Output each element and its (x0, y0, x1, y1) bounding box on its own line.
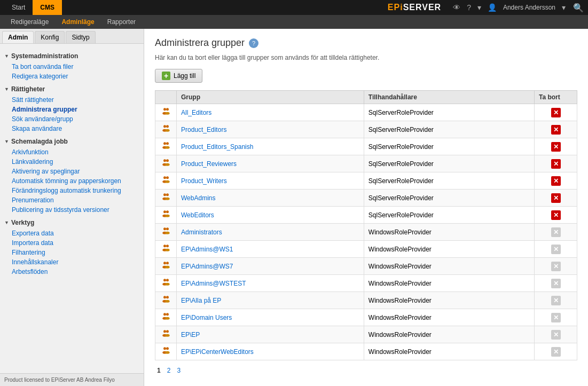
sidebar-tab-konfig[interactable]: Konfig (35, 31, 65, 43)
table-row: EP\Alla på EPWindowsRoleProvider✕ (155, 292, 577, 309)
group-name-cell[interactable]: EP\Admins@WS1 (177, 241, 364, 258)
table-row: Product_EditorsSqlServerRoleProvider✕ (155, 121, 577, 138)
group-name-cell[interactable]: Product_Reviewers (177, 155, 364, 172)
page-2[interactable]: 2 (165, 366, 173, 375)
group-name-cell[interactable]: Product_Editors (177, 121, 364, 138)
delete-cell: ✕ (535, 138, 577, 155)
sidebar-link-exportera[interactable]: Exportera data (4, 229, 139, 238)
sidebar-link-lankvalidering[interactable]: Länkvalidering (4, 157, 139, 167)
group-name-cell[interactable]: All_Editors (177, 104, 364, 121)
sidebar-link-publicering[interactable]: Publicering av tidsstyrda versioner (4, 205, 139, 215)
svg-point-0 (163, 108, 166, 111)
tab-cms[interactable]: CMS (33, 0, 62, 15)
sidebar-link-tomning[interactable]: Automatisk tömning av papperskorgen (4, 176, 139, 186)
nav-rapporter[interactable]: Rapporter (101, 15, 142, 29)
delete-button[interactable]: ✕ (551, 346, 561, 357)
sidebar-link-ta-bort-filer[interactable]: Ta bort oanvända filer (4, 62, 139, 72)
svg-point-56 (163, 347, 166, 350)
group-icon-cell (155, 343, 177, 360)
group-name-cell[interactable]: EP\Alla på EP (177, 292, 364, 309)
group-name-cell[interactable]: EP\EPiCenterWebEditors (177, 343, 364, 360)
nav-redigeralaege[interactable]: Redigeraläge (4, 15, 55, 29)
svg-point-13 (166, 159, 169, 162)
user-chevron-icon[interactable]: ▾ (562, 3, 566, 12)
delete-cell: ✕ (535, 326, 577, 343)
page-1[interactable]: 1 (155, 366, 163, 375)
group-icon (161, 106, 171, 117)
group-name-cell[interactable]: Administrators (177, 224, 364, 241)
help-icon[interactable]: ? (467, 3, 471, 12)
svg-point-36 (163, 262, 166, 264)
svg-point-9 (166, 142, 169, 145)
main-layout: Admin Konfig Sidtyp Systemadministration… (0, 29, 588, 386)
delete-cell: ✕ (535, 155, 577, 172)
delete-button[interactable]: ✕ (551, 176, 561, 186)
eye-icon[interactable]: 👁 (453, 3, 460, 12)
sidebar-link-satt-rattigheter[interactable]: Sätt rättigheter (4, 95, 139, 105)
sidebar-link-aktivering[interactable]: Aktivering av speglingar (4, 167, 139, 176)
group-name-cell[interactable]: EP\EP (177, 326, 364, 343)
sidebar-link-innehallskanaler[interactable]: Innehållskanaler (4, 257, 139, 267)
sidebar-tab-sidtyp[interactable]: Sidtyp (66, 31, 95, 43)
add-group-button[interactable]: + Lägg till (155, 69, 202, 83)
delete-button[interactable]: ✕ (551, 141, 561, 152)
delete-cell: ✕ (535, 207, 577, 224)
nav-adminlaege[interactable]: Adminläge (55, 15, 100, 29)
delete-button[interactable]: ✕ (551, 312, 561, 323)
group-name-cell[interactable]: WebAdmins (177, 190, 364, 207)
delete-button[interactable]: ✕ (551, 244, 561, 255)
sidebar-link-redigera-kategorier[interactable]: Redigera kategorier (4, 72, 139, 81)
sidebar-link-arbetsfloden[interactable]: Arbetsflöden (4, 267, 139, 277)
delete-button[interactable]: ✕ (551, 193, 561, 203)
sidebar-link-filhantering[interactable]: Filhantering (4, 248, 139, 257)
delete-button[interactable]: ✕ (551, 329, 561, 340)
delete-button[interactable]: ✕ (551, 107, 561, 118)
group-icon (161, 243, 171, 254)
sidebar-link-arkivfunktion[interactable]: Arkivfunktion (4, 147, 139, 157)
delete-button[interactable]: ✕ (551, 159, 561, 169)
sidebar-link-sok-anvandare[interactable]: Sök användare/grupp (4, 114, 139, 124)
page-3[interactable]: 3 (175, 366, 183, 375)
sidebar-link-skapa-anvandare[interactable]: Skapa användare (4, 124, 139, 133)
group-name-cell[interactable]: EP\Domain Users (177, 309, 364, 326)
user-name[interactable]: Anders Andersson (503, 4, 555, 11)
delete-button[interactable]: ✕ (551, 278, 561, 289)
group-name-cell[interactable]: Product_Writers (177, 172, 364, 190)
group-icon-cell (155, 309, 177, 326)
sidebar-link-administrera-grupper[interactable]: Administrera grupper (4, 105, 139, 114)
top-bar: Start CMS EPiSERVER 👁 ? ▾ 👤 Anders Ander… (0, 0, 588, 15)
sidebar-link-prenumeration[interactable]: Prenumeration (4, 195, 139, 205)
sidebar-tab-admin[interactable]: Admin (2, 31, 34, 43)
help-chevron-icon[interactable]: ▾ (477, 3, 481, 12)
delete-button[interactable]: ✕ (551, 227, 561, 238)
group-icon (161, 123, 171, 134)
svg-point-5 (166, 125, 169, 128)
delete-cell: ✕ (535, 343, 577, 360)
delete-cell: ✕ (535, 309, 577, 326)
group-name-cell[interactable]: WebEditors (177, 207, 364, 224)
delete-button[interactable]: ✕ (551, 210, 561, 220)
svg-point-1 (166, 108, 169, 111)
group-name-cell[interactable]: EP\Admins@WS7 (177, 258, 364, 275)
tab-start[interactable]: Start (4, 0, 33, 15)
svg-point-25 (166, 210, 169, 213)
delete-button[interactable]: ✕ (551, 124, 561, 135)
sidebar-link-forandringslogg[interactable]: Förändringslogg automatisk trunkering (4, 186, 139, 195)
delete-button[interactable]: ✕ (551, 261, 561, 272)
sidebar-link-importera[interactable]: Importera data (4, 238, 139, 248)
help-circle-icon[interactable]: ? (249, 38, 258, 48)
svg-point-12 (163, 159, 166, 162)
section-title-rattigheter: Rättigheter (4, 85, 139, 93)
table-row: WebAdminsSqlServerRoleProvider✕ (155, 190, 577, 207)
group-name-cell[interactable]: Product_Editors_Spanish (177, 138, 364, 155)
svg-point-52 (163, 330, 166, 333)
group-name-cell[interactable]: EP\Admins@WSTEST (177, 275, 364, 292)
search-icon[interactable]: 🔍 (573, 3, 584, 13)
svg-point-19 (165, 180, 169, 183)
delete-button[interactable]: ✕ (551, 295, 561, 306)
group-icon-cell (155, 326, 177, 343)
add-button-label: Lägg till (174, 72, 195, 80)
group-icon-cell (155, 258, 177, 275)
delete-cell: ✕ (535, 292, 577, 309)
svg-point-59 (165, 351, 169, 354)
